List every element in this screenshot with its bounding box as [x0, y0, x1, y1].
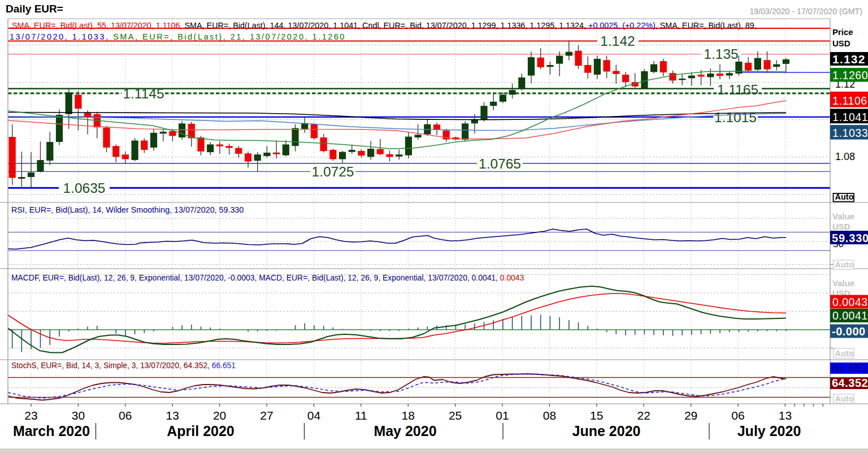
svg-text:Price: Price [832, 27, 853, 37]
svg-text:1.08: 1.08 [835, 151, 855, 162]
svg-text:MACDF, EUR=, Bid(Last), 12, 2: MACDF, EUR=, Bid(Last), 12, 26, 9, Expon… [11, 273, 524, 282]
svg-text:06: 06 [119, 409, 132, 422]
svg-text:1.132: 1.132 [832, 53, 866, 66]
svg-text:01: 01 [496, 409, 509, 422]
svg-text:1.0765: 1.0765 [479, 156, 521, 171]
svg-text:Value: Value [832, 212, 854, 221]
svg-text:-0.000: -0.000 [832, 325, 866, 338]
svg-text:06: 06 [731, 409, 744, 422]
svg-text:15: 15 [590, 409, 603, 422]
svg-text:0.0041: 0.0041 [832, 309, 868, 322]
svg-text:27: 27 [260, 409, 273, 422]
svg-text:23: 23 [24, 409, 37, 422]
svg-text:USD: USD [832, 222, 850, 231]
svg-text:USD: USD [832, 38, 850, 48]
svg-text:59.330: 59.330 [832, 232, 868, 244]
svg-text:Value: Value [832, 278, 854, 288]
svg-text:1.1015: 1.1015 [714, 110, 757, 125]
svg-text:20: 20 [213, 409, 226, 422]
svg-text:July 2020: July 2020 [737, 423, 801, 439]
svg-text:1.135: 1.135 [704, 46, 738, 62]
svg-text:May 2020: May 2020 [374, 423, 436, 439]
svg-text:March 2020: March 2020 [13, 423, 90, 439]
svg-text:30: 30 [72, 409, 85, 422]
svg-text:13: 13 [779, 409, 792, 422]
svg-text:66.651: 66.651 [832, 362, 868, 374]
svg-text:1.1145: 1.1145 [123, 86, 164, 101]
svg-text:1.1165: 1.1165 [717, 82, 758, 97]
svg-text:13/07/2020, 1.1033, SMA, EUR=,: 13/07/2020, 1.1033, SMA, EUR=, Bid(Last)… [10, 32, 346, 41]
svg-text:Auto: Auto [835, 260, 854, 269]
svg-text:64.352: 64.352 [832, 377, 868, 389]
svg-text:.SMA, EUR=, Bid(Last), 55, 13: .SMA, EUR=, Bid(Last), 55, 13/07/2020, 1… [10, 21, 757, 30]
svg-text:22: 22 [637, 409, 650, 422]
svg-text:1.0635: 1.0635 [63, 180, 106, 196]
svg-text:0.0043: 0.0043 [832, 296, 868, 308]
svg-text:25: 25 [449, 409, 462, 422]
svg-text:13: 13 [166, 409, 179, 422]
svg-text:StochS, EUR=, Bid, 14, 3, Sim: StochS, EUR=, Bid, 14, 3, Simple, 3, 13/… [11, 361, 236, 370]
svg-text:04: 04 [307, 409, 321, 422]
svg-text:19/03/2020 - 17/07/2020 (GMT): 19/03/2020 - 17/07/2020 (GMT) [749, 7, 862, 16]
svg-text:08: 08 [543, 409, 556, 422]
svg-text:1.142: 1.142 [600, 33, 635, 49]
svg-text:11: 11 [355, 409, 367, 422]
svg-text:1.1106: 1.1106 [832, 94, 867, 107]
svg-text:18: 18 [402, 409, 415, 422]
svg-text:29: 29 [684, 409, 697, 422]
svg-text:1.1041: 1.1041 [832, 111, 868, 123]
svg-text:Auto: Auto [835, 394, 854, 403]
svg-text:June 2020: June 2020 [572, 423, 641, 439]
svg-text:Daily EUR=: Daily EUR= [6, 3, 63, 15]
svg-text:1.1260: 1.1260 [832, 69, 868, 81]
svg-text:RSI, EUR=, Bid(Last), 14, Wil: RSI, EUR=, Bid(Last), 14, Wilder Smoothi… [11, 205, 244, 214]
svg-text:1.0725: 1.0725 [312, 164, 354, 179]
svg-text:Auto: Auto [835, 192, 854, 201]
svg-text:Auto: Auto [835, 349, 854, 358]
svg-text:1.1033: 1.1033 [832, 127, 868, 139]
svg-text:April 2020: April 2020 [167, 423, 235, 439]
